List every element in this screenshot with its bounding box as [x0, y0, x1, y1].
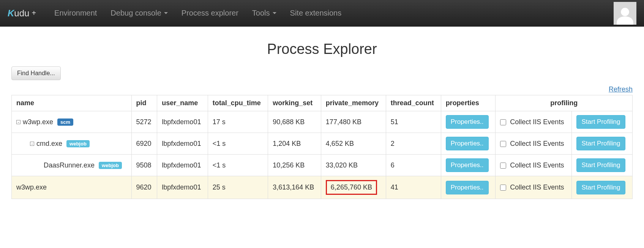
cell-private-memory: 6,265,760 KB [321, 176, 386, 199]
collect-iis-checkbox[interactable] [500, 163, 506, 169]
start-profiling-button[interactable]: Start Profiling [576, 137, 625, 150]
table-row: DaasRunner.exe webjob9508lbpfxdemo01<1 s… [12, 155, 633, 176]
cell-pid: 5272 [131, 111, 157, 133]
collect-iis-checkbox[interactable] [500, 119, 506, 125]
nav-debug-console-label: Debug console [110, 9, 161, 17]
cell-collect-iis: Collect IIS Events [496, 176, 572, 199]
page-title: Process Explorer [11, 41, 633, 57]
nav-tools[interactable]: Tools [245, 5, 283, 21]
cell-start-profiling: Start Profiling [572, 133, 633, 155]
process-table: name pid user_name total_cpu_time workin… [11, 95, 633, 199]
tree-toggle-icon[interactable]: - [30, 142, 34, 146]
cell-working-set: 10,256 KB [268, 155, 321, 176]
nav-environment-label: Environment [54, 9, 97, 17]
brand-udu: udu [14, 8, 29, 19]
process-name: DaasRunner.exe [44, 161, 95, 169]
caret-icon [164, 12, 168, 14]
cell-name: w3wp.exe [12, 176, 132, 199]
th-name: name [12, 95, 132, 111]
cell-working-set: 3,613,164 KB [268, 176, 321, 199]
collect-iis-label: Collect IIS Events [510, 140, 564, 147]
collect-iis-checkbox[interactable] [500, 141, 506, 147]
highlighted-memory-box: 6,265,760 KB [326, 180, 377, 195]
main-container: Process Explorer Find Handle... Refresh … [0, 27, 644, 207]
collect-iis-checkbox[interactable] [500, 185, 506, 191]
cell-collect-iis: Collect IIS Events [496, 111, 572, 133]
nav-environment[interactable]: Environment [47, 5, 104, 21]
collect-iis-label: Collect IIS Events [510, 118, 564, 126]
caret-icon [273, 12, 276, 14]
cell-start-profiling: Start Profiling [572, 176, 633, 199]
cell-user-name: lbpfxdemo01 [157, 176, 208, 199]
find-handle-button[interactable]: Find Handle... [11, 66, 61, 80]
properties-button[interactable]: Properties.. [446, 158, 489, 172]
start-profiling-button[interactable]: Start Profiling [576, 158, 625, 172]
cell-properties: Properties.. [441, 176, 496, 199]
process-name: w3wp.exe [23, 118, 53, 126]
properties-button[interactable]: Properties.. [446, 115, 489, 129]
refresh-row: Refresh [11, 85, 633, 93]
cell-user-name: lbpfxdemo01 [157, 111, 208, 133]
cell-properties: Properties.. [441, 155, 496, 176]
cell-pid: 9508 [131, 155, 157, 176]
th-user-name: user_name [157, 95, 208, 111]
collect-iis-label: Collect IIS Events [510, 161, 564, 169]
svg-point-0 [621, 8, 629, 16]
table-header-row: name pid user_name total_cpu_time workin… [12, 95, 633, 111]
th-profiling: profiling [496, 95, 633, 111]
avatar[interactable] [614, 2, 636, 25]
cell-name: DaasRunner.exe webjob [12, 155, 132, 176]
cell-cpu: <1 s [208, 133, 268, 155]
process-name: cmd.exe [36, 140, 62, 147]
nav-menu: Environment Debug console Process explor… [47, 5, 614, 21]
cell-pid: 6920 [131, 133, 157, 155]
cell-collect-iis: Collect IIS Events [496, 133, 572, 155]
th-pid: pid [131, 95, 157, 111]
cell-pid: 9620 [131, 176, 157, 199]
nav-site-extensions[interactable]: Site extensions [283, 5, 349, 21]
nav-debug-console[interactable]: Debug console [104, 5, 174, 21]
cell-thread-count: 41 [386, 176, 441, 199]
nav-site-extensions-label: Site extensions [290, 9, 342, 17]
nav-process-explorer-label: Process explorer [182, 9, 238, 17]
cell-private-memory: 4,652 KB [321, 133, 386, 155]
webjob-badge: webjob [66, 140, 90, 147]
refresh-link[interactable]: Refresh [609, 85, 633, 93]
cell-thread-count: 2 [386, 133, 441, 155]
tree-toggle-icon[interactable]: - [16, 120, 21, 124]
cell-properties: Properties.. [441, 111, 496, 133]
cell-collect-iis: Collect IIS Events [496, 155, 572, 176]
brand-k: K [8, 8, 14, 19]
collect-iis-label: Collect IIS Events [510, 183, 564, 191]
cell-name: -w3wp.exe scm [12, 111, 132, 133]
brand-link[interactable]: Kudu + [8, 8, 36, 19]
cell-thread-count: 6 [386, 155, 441, 176]
cell-thread-count: 51 [386, 111, 441, 133]
nav-tools-label: Tools [252, 9, 270, 17]
cell-user-name: lbpfxdemo01 [157, 155, 208, 176]
cell-properties: Properties.. [441, 133, 496, 155]
th-properties: properties [441, 95, 496, 111]
navbar: Kudu + Environment Debug console Process… [0, 0, 644, 27]
properties-button[interactable]: Properties.. [446, 137, 489, 150]
cell-private-memory: 177,480 KB [321, 111, 386, 133]
nav-process-explorer[interactable]: Process explorer [175, 5, 245, 21]
table-body: -w3wp.exe scm5272lbpfxdemo0117 s90,688 K… [12, 111, 633, 199]
cell-user-name: lbpfxdemo01 [157, 133, 208, 155]
th-working-set: working_set [268, 95, 321, 111]
process-name: w3wp.exe [16, 183, 47, 191]
cell-working-set: 90,688 KB [268, 111, 321, 133]
user-icon [615, 5, 635, 25]
brand-plus: + [32, 9, 36, 17]
cell-cpu: 17 s [208, 111, 268, 133]
properties-button[interactable]: Properties.. [446, 181, 489, 194]
start-profiling-button[interactable]: Start Profiling [576, 115, 625, 129]
cell-start-profiling: Start Profiling [572, 155, 633, 176]
scm-badge: scm [57, 118, 73, 126]
cell-start-profiling: Start Profiling [572, 111, 633, 133]
cell-name: -cmd.exe webjob [12, 133, 132, 155]
table-row: -cmd.exe webjob6920lbpfxdemo01<1 s1,204 … [12, 133, 633, 155]
start-profiling-button[interactable]: Start Profiling [576, 181, 625, 194]
th-private-memory: private_memory [321, 95, 386, 111]
cell-working-set: 1,204 KB [268, 133, 321, 155]
